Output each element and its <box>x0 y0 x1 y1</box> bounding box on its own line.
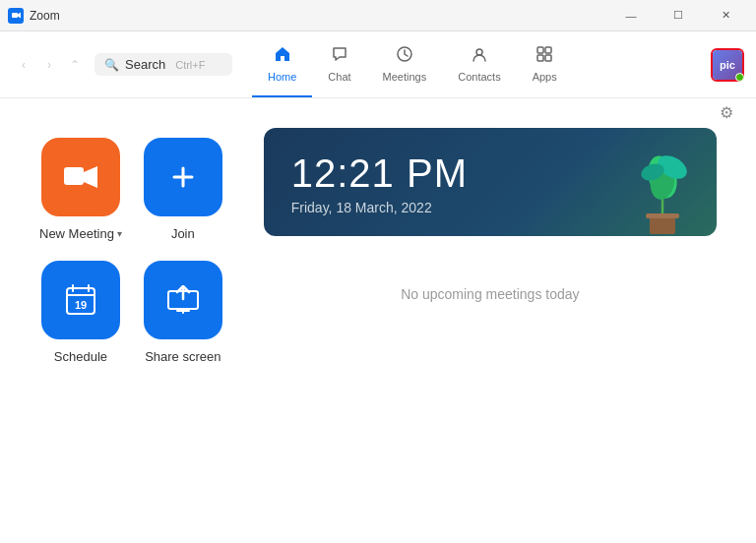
new-meeting-label-group: New Meeting ▾ <box>39 226 122 241</box>
clock-card: 12:21 PM Friday, 18 March, 2022 <box>264 128 717 236</box>
tab-chat-label: Chat <box>328 71 350 83</box>
new-meeting-button[interactable] <box>41 138 120 216</box>
svg-rect-0 <box>12 13 18 18</box>
nav-back-button[interactable]: ‹ <box>12 53 35 77</box>
tab-home[interactable]: Home <box>252 31 312 97</box>
avatar-initials: pic <box>720 59 735 71</box>
tab-chat[interactable]: Chat <box>312 31 366 97</box>
toolbar-right: pic <box>711 48 744 82</box>
svg-text:19: 19 <box>75 299 87 311</box>
svg-marker-1 <box>18 13 21 19</box>
title-bar-left: Zoom <box>8 8 60 24</box>
svg-rect-7 <box>545 55 551 61</box>
tab-meetings[interactable]: Meetings <box>367 31 443 97</box>
action-grid: New Meeting ▾ Join 19 <box>39 138 224 364</box>
svg-point-3 <box>476 49 482 55</box>
online-status-indicator <box>735 73 744 82</box>
chat-icon <box>331 45 348 68</box>
search-bar[interactable]: 🔍 Search Ctrl+F <box>94 53 232 76</box>
close-button[interactable]: ✕ <box>703 0 748 31</box>
new-meeting-dropdown-arrow: ▾ <box>117 228 122 239</box>
schedule-button[interactable]: 19 <box>41 261 120 339</box>
settings-area: ⚙ <box>713 98 740 126</box>
upcoming-section: No upcoming meetings today <box>264 256 717 332</box>
apps-icon <box>536 45 553 68</box>
search-shortcut: Ctrl+F <box>175 59 205 71</box>
maximize-button[interactable]: ☐ <box>656 0 701 31</box>
svg-rect-6 <box>537 55 543 61</box>
minimize-button[interactable]: — <box>608 0 654 31</box>
toolbar: ‹ › ⌃ 🔍 Search Ctrl+F Home Chat <box>0 31 756 98</box>
no-meetings-text: No upcoming meetings today <box>401 286 579 302</box>
tab-meetings-label: Meetings <box>383 71 427 83</box>
meetings-icon <box>396 45 413 68</box>
calendar-section: 12:21 PM Friday, 18 March, 2022 No upcom… <box>264 128 717 332</box>
share-screen-label: Share screen <box>145 349 220 364</box>
nav-forward-button[interactable]: › <box>37 53 61 77</box>
search-label: Search <box>125 57 165 72</box>
schedule-action: 19 Schedule <box>39 261 122 364</box>
new-meeting-label: New Meeting <box>39 226 114 241</box>
home-icon <box>274 45 291 68</box>
plant-decoration <box>628 152 697 236</box>
new-meeting-action: New Meeting ▾ <box>39 138 122 241</box>
tab-contacts-label: Contacts <box>458 71 500 83</box>
schedule-label: Schedule <box>54 349 107 364</box>
share-screen-button[interactable] <box>144 261 222 339</box>
app-title: Zoom <box>30 9 60 23</box>
join-action: Join <box>142 138 224 241</box>
svg-rect-5 <box>545 47 551 53</box>
nav-arrows: ‹ › ⌃ <box>12 53 87 77</box>
svg-marker-9 <box>84 166 97 188</box>
avatar-container[interactable]: pic <box>711 48 744 82</box>
tab-apps-label: Apps <box>533 71 557 83</box>
share-screen-action: Share screen <box>142 261 224 364</box>
zoom-logo-icon <box>8 8 24 24</box>
main-content: New Meeting ▾ Join 19 <box>0 98 756 543</box>
tab-home-label: Home <box>268 71 296 83</box>
tab-apps[interactable]: Apps <box>517 31 573 97</box>
join-button[interactable] <box>144 138 222 216</box>
svg-rect-21 <box>650 216 675 234</box>
contacts-icon <box>471 45 488 68</box>
tab-contacts[interactable]: Contacts <box>442 31 516 97</box>
svg-rect-4 <box>537 47 543 53</box>
nav-tabs: Home Chat Meetings <box>252 31 573 97</box>
search-icon: 🔍 <box>104 58 119 72</box>
svg-rect-22 <box>646 213 679 218</box>
title-bar: Zoom — ☐ ✕ <box>0 0 756 31</box>
window-controls: — ☐ ✕ <box>608 0 748 31</box>
join-label: Join <box>171 226 195 241</box>
svg-rect-8 <box>64 167 84 185</box>
settings-button[interactable]: ⚙ <box>713 98 740 126</box>
nav-up-button[interactable]: ⌃ <box>63 53 87 77</box>
